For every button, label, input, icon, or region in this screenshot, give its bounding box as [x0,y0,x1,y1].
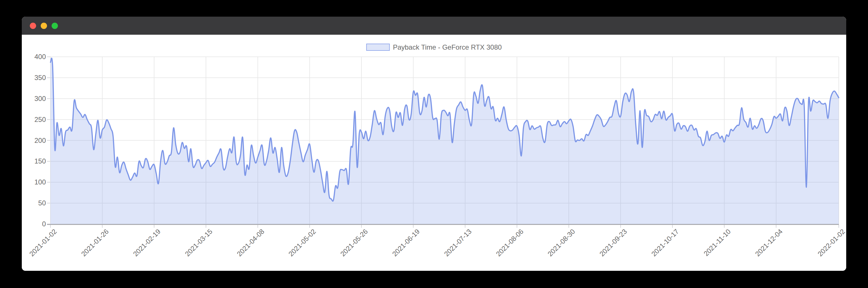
minimize-button[interactable] [41,23,47,29]
area-fill [51,58,839,224]
payback-time-chart[interactable] [22,35,846,271]
desktop-background: Payback Time - GeForce RTX 3080 05010015… [0,0,868,288]
chart-container: Payback Time - GeForce RTX 3080 05010015… [22,35,846,271]
window-titlebar[interactable] [22,17,846,35]
legend-swatch [366,44,390,51]
zoom-button[interactable] [52,23,58,29]
app-window: Payback Time - GeForce RTX 3080 05010015… [22,17,846,271]
chart-legend[interactable]: Payback Time - GeForce RTX 3080 [366,44,502,51]
close-button[interactable] [30,23,36,29]
legend-label: Payback Time - GeForce RTX 3080 [393,44,502,51]
